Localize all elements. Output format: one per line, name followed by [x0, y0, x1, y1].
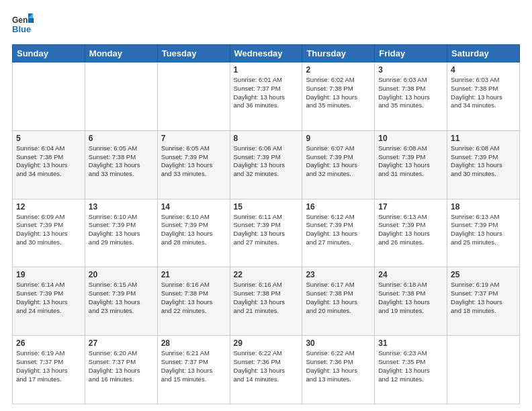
day-number: 6 [89, 134, 154, 143]
day-info: Sunrise: 6:12 AM Sunset: 7:39 PM Dayligh… [306, 213, 371, 247]
calendar-cell: 23Sunrise: 6:17 AM Sunset: 7:38 PM Dayli… [302, 267, 375, 336]
weekday-header-sunday: Sunday [13, 45, 85, 62]
day-info: Sunrise: 6:15 AM Sunset: 7:39 PM Dayligh… [89, 281, 154, 315]
day-number: 26 [16, 338, 81, 348]
day-info: Sunrise: 6:06 AM Sunset: 7:39 PM Dayligh… [234, 144, 299, 179]
weekday-header-saturday: Saturday [447, 45, 520, 62]
day-number: 25 [451, 270, 516, 279]
calendar-cell: 22Sunrise: 6:16 AM Sunset: 7:38 PM Dayli… [230, 267, 302, 336]
calendar-cell: 7Sunrise: 6:05 AM Sunset: 7:39 PM Daylig… [157, 130, 230, 199]
weekday-header-monday: Monday [85, 45, 157, 62]
day-number: 18 [451, 202, 516, 212]
weekday-header-tuesday: Tuesday [157, 45, 230, 62]
day-number: 4 [451, 65, 516, 75]
calendar-cell: 21Sunrise: 6:16 AM Sunset: 7:38 PM Dayli… [157, 267, 230, 336]
calendar-cell: 30Sunrise: 6:22 AM Sunset: 7:36 PM Dayli… [302, 336, 375, 404]
calendar-cell: 29Sunrise: 6:22 AM Sunset: 7:36 PM Dayli… [230, 336, 302, 404]
calendar-cell: 4Sunrise: 6:03 AM Sunset: 7:38 PM Daylig… [447, 62, 520, 131]
calendar-cell: 6Sunrise: 6:05 AM Sunset: 7:38 PM Daylig… [85, 130, 157, 199]
day-info: Sunrise: 6:09 AM Sunset: 7:39 PM Dayligh… [16, 213, 81, 247]
day-number: 8 [234, 134, 299, 143]
calendar-cell: 17Sunrise: 6:13 AM Sunset: 7:39 PM Dayli… [375, 199, 447, 267]
calendar-week-row: 1Sunrise: 6:01 AM Sunset: 7:37 PM Daylig… [13, 62, 520, 131]
calendar-cell: 10Sunrise: 6:08 AM Sunset: 7:39 PM Dayli… [375, 130, 447, 199]
page: General Blue SundayMondayTuesdayWednesda… [0, 0, 532, 411]
day-number: 30 [306, 338, 371, 348]
calendar: SundayMondayTuesdayWednesdayThursdayFrid… [12, 44, 520, 404]
calendar-cell: 20Sunrise: 6:15 AM Sunset: 7:39 PM Dayli… [85, 267, 157, 336]
calendar-cell: 24Sunrise: 6:18 AM Sunset: 7:38 PM Dayli… [375, 267, 447, 336]
day-number: 21 [161, 270, 226, 279]
calendar-cell [13, 62, 85, 131]
day-number: 15 [234, 202, 299, 212]
day-number: 2 [306, 65, 371, 75]
logo: General Blue [12, 12, 34, 38]
weekday-header-thursday: Thursday [302, 45, 375, 62]
day-number: 11 [451, 134, 516, 143]
day-number: 29 [234, 338, 299, 348]
day-info: Sunrise: 6:08 AM Sunset: 7:39 PM Dayligh… [451, 144, 516, 179]
calendar-cell [85, 62, 157, 131]
day-number: 12 [16, 202, 81, 212]
day-info: Sunrise: 6:10 AM Sunset: 7:39 PM Dayligh… [161, 213, 226, 247]
day-info: Sunrise: 6:18 AM Sunset: 7:38 PM Dayligh… [378, 281, 443, 315]
day-info: Sunrise: 6:10 AM Sunset: 7:39 PM Dayligh… [89, 213, 154, 247]
day-number: 16 [306, 202, 371, 212]
calendar-cell: 19Sunrise: 6:14 AM Sunset: 7:39 PM Dayli… [13, 267, 85, 336]
calendar-cell: 1Sunrise: 6:01 AM Sunset: 7:37 PM Daylig… [230, 62, 302, 131]
day-info: Sunrise: 6:01 AM Sunset: 7:37 PM Dayligh… [234, 76, 299, 110]
day-number: 20 [89, 270, 154, 279]
calendar-week-row: 26Sunrise: 6:19 AM Sunset: 7:37 PM Dayli… [13, 336, 520, 404]
header: General Blue [12, 12, 520, 38]
day-info: Sunrise: 6:03 AM Sunset: 7:38 PM Dayligh… [451, 76, 516, 110]
day-number: 22 [234, 270, 299, 279]
calendar-cell: 3Sunrise: 6:03 AM Sunset: 7:38 PM Daylig… [375, 62, 447, 131]
day-number: 5 [16, 134, 81, 143]
day-number: 9 [306, 134, 371, 143]
weekday-header-row: SundayMondayTuesdayWednesdayThursdayFrid… [13, 45, 520, 62]
calendar-cell: 9Sunrise: 6:07 AM Sunset: 7:39 PM Daylig… [302, 130, 375, 199]
calendar-cell: 16Sunrise: 6:12 AM Sunset: 7:39 PM Dayli… [302, 199, 375, 267]
day-number: 27 [89, 338, 154, 348]
calendar-cell: 14Sunrise: 6:10 AM Sunset: 7:39 PM Dayli… [157, 199, 230, 267]
day-info: Sunrise: 6:13 AM Sunset: 7:39 PM Dayligh… [378, 213, 443, 247]
day-info: Sunrise: 6:16 AM Sunset: 7:38 PM Dayligh… [161, 281, 226, 315]
calendar-cell: 18Sunrise: 6:13 AM Sunset: 7:39 PM Dayli… [447, 199, 520, 267]
calendar-cell: 27Sunrise: 6:20 AM Sunset: 7:37 PM Dayli… [85, 336, 157, 404]
day-info: Sunrise: 6:14 AM Sunset: 7:39 PM Dayligh… [16, 281, 81, 315]
calendar-cell: 13Sunrise: 6:10 AM Sunset: 7:39 PM Dayli… [85, 199, 157, 267]
calendar-week-row: 12Sunrise: 6:09 AM Sunset: 7:39 PM Dayli… [13, 199, 520, 267]
day-info: Sunrise: 6:20 AM Sunset: 7:37 PM Dayligh… [89, 349, 154, 383]
day-number: 7 [161, 134, 226, 143]
calendar-cell: 8Sunrise: 6:06 AM Sunset: 7:39 PM Daylig… [230, 130, 302, 199]
day-info: Sunrise: 6:05 AM Sunset: 7:39 PM Dayligh… [161, 144, 226, 179]
calendar-cell: 5Sunrise: 6:04 AM Sunset: 7:38 PM Daylig… [13, 130, 85, 199]
day-info: Sunrise: 6:22 AM Sunset: 7:36 PM Dayligh… [234, 349, 299, 383]
calendar-cell: 11Sunrise: 6:08 AM Sunset: 7:39 PM Dayli… [447, 130, 520, 199]
svg-text:Blue: Blue [12, 24, 31, 34]
day-number: 23 [306, 270, 371, 279]
day-info: Sunrise: 6:21 AM Sunset: 7:37 PM Dayligh… [161, 349, 226, 383]
logo-svg: General Blue [12, 12, 34, 38]
calendar-cell: 31Sunrise: 6:23 AM Sunset: 7:35 PM Dayli… [375, 336, 447, 404]
day-info: Sunrise: 6:11 AM Sunset: 7:39 PM Dayligh… [234, 213, 299, 247]
day-info: Sunrise: 6:03 AM Sunset: 7:38 PM Dayligh… [378, 76, 443, 110]
day-info: Sunrise: 6:05 AM Sunset: 7:38 PM Dayligh… [89, 144, 154, 179]
calendar-cell: 25Sunrise: 6:19 AM Sunset: 7:37 PM Dayli… [447, 267, 520, 336]
calendar-cell [447, 336, 520, 404]
day-number: 31 [378, 338, 443, 348]
day-number: 3 [378, 65, 443, 75]
calendar-cell: 15Sunrise: 6:11 AM Sunset: 7:39 PM Dayli… [230, 199, 302, 267]
calendar-week-row: 5Sunrise: 6:04 AM Sunset: 7:38 PM Daylig… [13, 130, 520, 199]
day-info: Sunrise: 6:16 AM Sunset: 7:38 PM Dayligh… [234, 281, 299, 315]
day-info: Sunrise: 6:07 AM Sunset: 7:39 PM Dayligh… [306, 144, 371, 179]
calendar-cell: 26Sunrise: 6:19 AM Sunset: 7:37 PM Dayli… [13, 336, 85, 404]
day-info: Sunrise: 6:13 AM Sunset: 7:39 PM Dayligh… [451, 213, 516, 247]
day-number: 14 [161, 202, 226, 212]
day-info: Sunrise: 6:17 AM Sunset: 7:38 PM Dayligh… [306, 281, 371, 315]
calendar-week-row: 19Sunrise: 6:14 AM Sunset: 7:39 PM Dayli… [13, 267, 520, 336]
calendar-cell: 2Sunrise: 6:02 AM Sunset: 7:38 PM Daylig… [302, 62, 375, 131]
weekday-header-wednesday: Wednesday [230, 45, 302, 62]
calendar-cell [157, 62, 230, 131]
day-info: Sunrise: 6:19 AM Sunset: 7:37 PM Dayligh… [451, 281, 516, 315]
